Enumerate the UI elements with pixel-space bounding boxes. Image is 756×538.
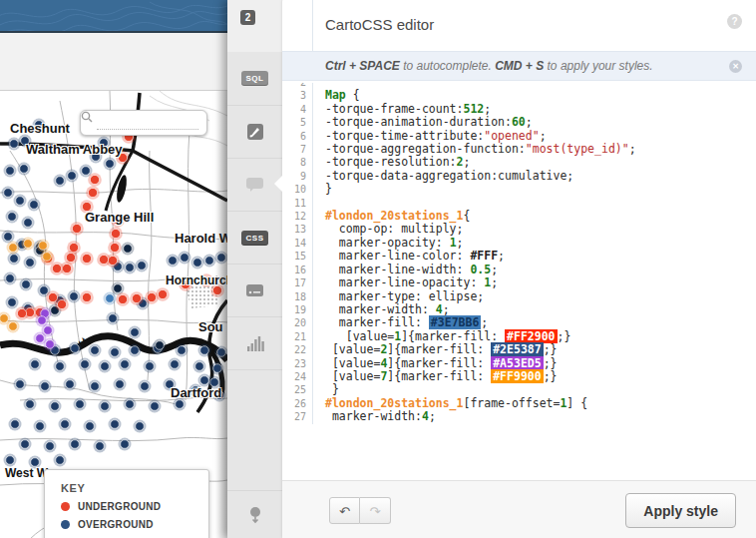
app-window: ✈ CheshuntWaltham AbbeyGrange HillHarold… [0,0,756,538]
legend-item: OVERGROUND [61,519,208,530]
sidebar-item-georeference[interactable] [227,490,282,538]
shortcut-hint-bar: Ctrl + SPACE to autocomplete. CMD + S to… [282,51,756,81]
code-line[interactable]: 15 marker-line-color: #FFF; [282,250,756,263]
code-line[interactable]: 23 [value=4]{marker-fill: #A53ED5;} [282,357,756,370]
sidebar-item-legend[interactable] [227,265,282,317]
active-tab-pointer [274,176,282,192]
module-sidebar: SQL CSS [227,52,282,538]
map-place-label: Dartford [171,385,221,400]
code-line[interactable]: 5-torque-animation-duration:60; [282,116,756,129]
code-line[interactable]: 9-torque-data-aggregation:cumulative; [282,170,756,183]
code-line[interactable]: 19 marker-width: 4; [282,303,756,316]
editor-header: CartoCSS editor ? [282,0,756,51]
legend-items: UNDERGROUNDOVERGROUNDDOCKLANDS LIGHT RAI… [61,501,208,538]
search-icon [81,111,93,123]
legend-label: OVERGROUND [78,519,154,530]
color-chip: #3E7BB6 [429,315,481,329]
editor-bottom-bar: ↶ ↷ Apply style [282,480,756,538]
undo-redo-group: ↶ ↷ [329,497,391,524]
code-line[interactable]: 14 marker-opacity: 1; [282,237,756,250]
color-chip: #A53ED5 [491,356,543,370]
apply-style-button[interactable]: Apply style [625,493,736,528]
legend-item: UNDERGROUND [61,501,208,512]
layer-panel: 2 london 20stations 1 view of london_20s… [227,0,756,538]
legend-title: KEY [61,482,208,494]
color-chip: #FF2900 [505,329,557,343]
map-search-input[interactable] [97,116,198,130]
code-line[interactable]: 24 [value=7]{marker-fill: #FF9900;} [282,370,756,383]
wizard-brush-icon [246,123,264,141]
map-place-label: Cheshunt [10,121,70,136]
legend-dot-icon [61,520,70,529]
sidebar-item-wizard[interactable] [227,106,282,159]
map-legend: KEY UNDERGROUNDOVERGROUNDDOCKLANDS LIGHT… [44,469,209,538]
sql-icon: SQL [241,71,269,86]
carto-css-editor: CartoCSS editor ? Ctrl + SPACE to autoco… [282,0,756,538]
code-line[interactable]: 21 [value=1]{marker-fill: #FF2900;} [282,330,756,343]
code-line[interactable]: 16 marker-line-width: 0.5; [282,264,756,276]
code-line[interactable]: 22 [value=2]{marker-fill: #2E5387;} [282,343,756,356]
code-line[interactable]: 27 marker-width:4; [282,410,756,423]
map-place-label: Grange Hill [85,210,154,225]
code-line[interactable]: 12#london_20stations_1{ [282,210,756,223]
redo-button[interactable]: ↷ [360,497,391,524]
code-line[interactable]: 4-torque-frame-count:512; [282,103,756,116]
code-line[interactable]: 10} [282,183,756,196]
code-line[interactable]: 8-torque-resolution:2; [282,156,756,169]
speech-bubble-icon [245,177,264,193]
code-line[interactable]: 25 } [282,383,756,396]
code-line[interactable]: 13 comp-op: multiply; [282,223,756,236]
map-place-label: Waltham Abbey [26,142,123,157]
gutter-divider [312,0,313,51]
code-line[interactable]: 11 [282,197,756,210]
legend-panel-icon [245,283,264,297]
hint-text-1: to autocomplete. [400,59,495,73]
legend-dot-icon [61,502,70,511]
histogram-icon [246,335,264,351]
code-line[interactable]: 17 marker-line-opacity: 1; [282,276,756,289]
code-line[interactable]: 6-torque-time-attribute:"opened"; [282,130,756,143]
undo-button[interactable]: ↶ [329,497,360,524]
help-icon[interactable]: ? [727,14,742,29]
hint-close-icon[interactable]: ✕ [729,60,742,73]
color-chip: #2E5387 [491,342,543,356]
code-line[interactable]: 26#london_20stations_1[frame-offset=1] { [282,397,756,410]
marker-drop-icon [247,506,263,524]
code-line[interactable]: 18 marker-type: ellipse; [282,290,756,303]
code-line[interactable]: 3Map { [282,89,756,102]
sidebar-item-css[interactable]: CSS [227,212,282,265]
hint-text-2: to apply your styles. [544,59,652,73]
code-line[interactable]: 7-torque-aggregation-function:"most(type… [282,143,756,156]
color-chip: #FF9900 [491,369,543,383]
map-place-label: West W [5,466,48,480]
legend-label: UNDERGROUND [78,501,161,512]
map[interactable]: ✈ CheshuntWaltham AbbeyGrange HillHarold… [0,90,227,538]
panel-shadow-overlay [215,91,227,538]
editor-title: CartoCSS editor [325,16,434,33]
hint-shortcut-1: Ctrl + SPACE [325,59,400,73]
sidebar-item-sql[interactable]: SQL [227,52,282,106]
map-header-band [0,0,227,33]
map-panel: ✈ CheshuntWaltham AbbeyGrange HillHarold… [0,0,227,538]
sidebar-item-filters[interactable] [227,317,282,370]
hint-shortcut-2: CMD + S [495,59,544,73]
map-search-box[interactable] [80,110,207,136]
code-editor[interactable]: 23Map {4-torque-frame-count:512;5-torque… [282,83,756,481]
code-line[interactable]: 20 marker-fill: #3E7BB6; [282,316,756,329]
css-icon: CSS [241,231,269,246]
layer-number-badge: 2 [240,10,255,25]
page-background-strip [0,33,227,90]
contour-pattern [0,0,227,31]
